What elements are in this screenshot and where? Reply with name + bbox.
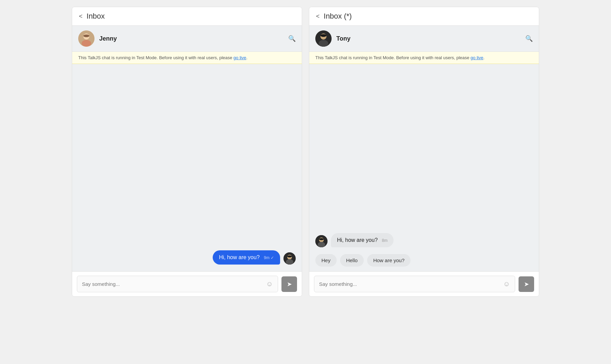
left-input-area: ☺ ➤: [72, 271, 302, 296]
right-message-input[interactable]: [319, 281, 503, 287]
right-incoming-bubble: Hi, how are you? 8m: [331, 233, 394, 247]
left-outgoing-bubble: Hi, how are you? 9m ✓: [213, 250, 280, 265]
left-go-live-link[interactable]: go live: [233, 55, 246, 60]
right-message-time: 8m: [382, 238, 388, 243]
svg-point-7: [287, 255, 292, 257]
right-emoji-icon[interactable]: ☺: [503, 280, 510, 288]
quick-replies-area: Hey Hello How are you?: [309, 254, 539, 271]
left-message-time: 9m ✓: [264, 255, 274, 260]
svg-point-6: [286, 259, 293, 265]
left-test-mode-banner: This TalkJS chat is running in Test Mode…: [72, 52, 302, 64]
right-go-live-link[interactable]: go live: [470, 55, 483, 60]
left-search-icon[interactable]: 🔍: [288, 35, 296, 42]
tony-name: Tony: [336, 35, 525, 42]
right-sender-avatar: [315, 235, 328, 247]
right-user-bar: Tony 🔍: [309, 26, 539, 52]
right-panel-title: Inbox (*): [324, 12, 352, 21]
left-messages-area: Hi, how are you? 9m ✓: [72, 64, 302, 271]
right-message-text: Hi, how are you?: [337, 237, 378, 243]
left-chat-body: Jenny 🔍 This TalkJS chat is running in T…: [72, 26, 302, 296]
left-chat-panel: < Inbox Jenny 🔍 This TalkJS chat is runn…: [72, 7, 302, 297]
left-message-input[interactable]: [82, 281, 266, 287]
quick-reply-hello[interactable]: Hello: [340, 254, 364, 267]
left-sender-avatar: [283, 252, 296, 265]
left-emoji-icon[interactable]: ☺: [266, 280, 273, 288]
right-message-row: Hi, how are you? 8m: [315, 233, 533, 247]
jenny-avatar: [78, 30, 94, 47]
left-send-button[interactable]: ➤: [281, 276, 297, 292]
right-input-area: ☺ ➤: [309, 271, 539, 296]
quick-reply-how-are-you[interactable]: How are you?: [367, 254, 411, 267]
svg-point-10: [319, 40, 328, 47]
right-panel-header: < Inbox (*): [309, 7, 539, 26]
left-message-input-wrapper[interactable]: ☺: [77, 276, 278, 292]
right-back-button[interactable]: <: [316, 13, 320, 20]
left-message-text: Hi, how are you?: [219, 254, 259, 260]
left-message-row: Hi, how are you? 9m ✓: [78, 250, 296, 265]
right-test-mode-banner: This TalkJS chat is running in Test Mode…: [309, 52, 539, 64]
svg-point-2: [82, 40, 91, 47]
left-user-bar: Jenny 🔍: [72, 26, 302, 52]
quick-reply-hey[interactable]: Hey: [315, 254, 337, 267]
jenny-name: Jenny: [99, 35, 288, 42]
right-search-icon[interactable]: 🔍: [525, 35, 533, 42]
right-chat-panel: < Inbox (*) Tony 🔍 This TalkJS chat is r…: [309, 7, 539, 297]
right-messages-area: Hi, how are you? 8m: [309, 64, 539, 254]
tony-avatar: [315, 30, 332, 47]
svg-point-14: [318, 242, 325, 247]
svg-point-11: [320, 34, 326, 37]
right-banner-text: This TalkJS chat is running in Test Mode…: [315, 55, 470, 60]
right-message-input-wrapper[interactable]: ☺: [314, 276, 515, 292]
left-banner-text: This TalkJS chat is running in Test Mode…: [78, 55, 233, 60]
right-chat-body: Tony 🔍 This TalkJS chat is running in Te…: [309, 26, 539, 296]
left-panel-header: < Inbox: [72, 7, 302, 26]
left-back-button[interactable]: <: [79, 13, 83, 20]
left-panel-title: Inbox: [87, 12, 105, 21]
svg-point-3: [83, 35, 89, 37]
svg-point-15: [319, 238, 324, 240]
right-send-button[interactable]: ➤: [519, 276, 534, 292]
